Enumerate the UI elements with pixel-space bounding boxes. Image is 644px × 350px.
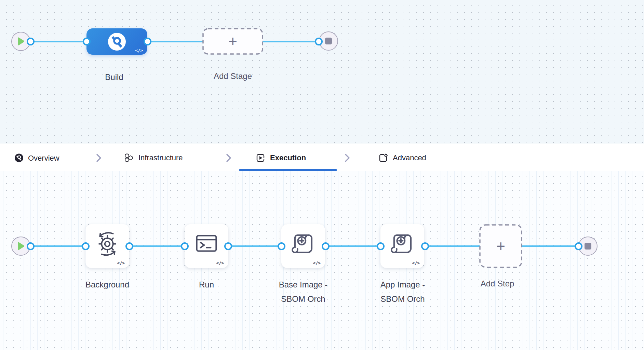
tab-overview[interactable]: Overview <box>14 153 59 163</box>
ci-overview-icon <box>14 153 24 163</box>
port[interactable] <box>377 242 385 250</box>
add-step-label: Add Step <box>467 277 528 291</box>
port[interactable] <box>315 38 323 45</box>
play-square-icon <box>255 153 266 163</box>
tab-overview-label: Overview <box>28 153 59 162</box>
yaml-badge: </> <box>135 48 143 53</box>
yaml-badge: </> <box>412 260 420 266</box>
step-label: App Image - SBOM Orch <box>372 278 433 306</box>
stop-icon <box>585 243 591 250</box>
step-card-base-image-sbom[interactable]: </> <box>281 224 325 268</box>
edge <box>228 245 281 247</box>
step-label: Base Image - SBOM Orch <box>272 278 334 306</box>
step-card-app-image-sbom[interactable]: </> <box>380 224 424 268</box>
gear-sync-icon <box>94 230 121 257</box>
tab-infrastructure-label: Infrastructure <box>138 153 183 162</box>
port[interactable] <box>125 242 133 250</box>
port[interactable] <box>181 242 189 250</box>
step-label: Run <box>176 278 237 292</box>
chevron-right-icon <box>96 153 102 163</box>
play-icon <box>17 37 25 46</box>
tab-advanced[interactable]: Advanced <box>378 153 426 163</box>
port[interactable] <box>27 38 35 45</box>
yaml-badge: </> <box>313 260 321 266</box>
port[interactable] <box>575 242 582 250</box>
square-gear-icon <box>378 153 388 163</box>
stop-icon <box>325 38 332 44</box>
pipeline-studio: </> + Build Add Stage Overview <box>0 0 644 350</box>
port[interactable] <box>83 38 91 45</box>
scroll-plus-icon <box>389 230 416 257</box>
edge-start-to-build <box>30 41 86 42</box>
port[interactable] <box>224 242 232 250</box>
step-label: Background <box>77 278 138 292</box>
chevron-right-icon <box>226 153 232 163</box>
port[interactable] <box>421 242 429 250</box>
chevron-right-icon <box>344 153 350 163</box>
port[interactable] <box>82 242 90 250</box>
edge <box>129 245 185 247</box>
hexagons-icon <box>124 153 134 163</box>
plus-icon: + <box>202 28 263 55</box>
add-stage-label: Add Stage <box>202 69 264 83</box>
stage-label: Build <box>83 70 145 84</box>
scroll-plus-icon <box>290 230 317 257</box>
plus-icon: + <box>479 224 522 268</box>
tab-infrastructure[interactable]: Infrastructure <box>124 153 183 163</box>
step-card-background[interactable]: </> <box>85 224 129 268</box>
port[interactable] <box>27 242 35 250</box>
execution-canvas[interactable]: </> </> <box>0 171 644 350</box>
terminal-icon <box>193 230 220 257</box>
tab-execution-label: Execution <box>270 153 306 162</box>
step-card-run[interactable]: </> <box>185 224 228 268</box>
ci-build-icon <box>107 32 126 51</box>
tab-execution[interactable]: Execution <box>255 153 306 163</box>
stage-config-tabbar: Overview Infrastructure Execution <box>0 144 644 171</box>
tab-advanced-label: Advanced <box>393 153 426 162</box>
yaml-badge: </> <box>216 260 224 266</box>
yaml-badge: </> <box>117 260 125 266</box>
stage-node-build[interactable]: </> <box>86 28 147 55</box>
add-stage-button[interactable]: + <box>202 28 263 55</box>
port[interactable] <box>322 242 330 250</box>
port[interactable] <box>278 242 285 250</box>
play-icon <box>17 242 25 251</box>
stage-canvas[interactable]: </> + Build Add Stage <box>0 0 644 144</box>
edge <box>30 245 85 247</box>
add-step-button[interactable]: + <box>479 224 522 268</box>
port[interactable] <box>144 38 151 45</box>
edge <box>325 245 380 247</box>
